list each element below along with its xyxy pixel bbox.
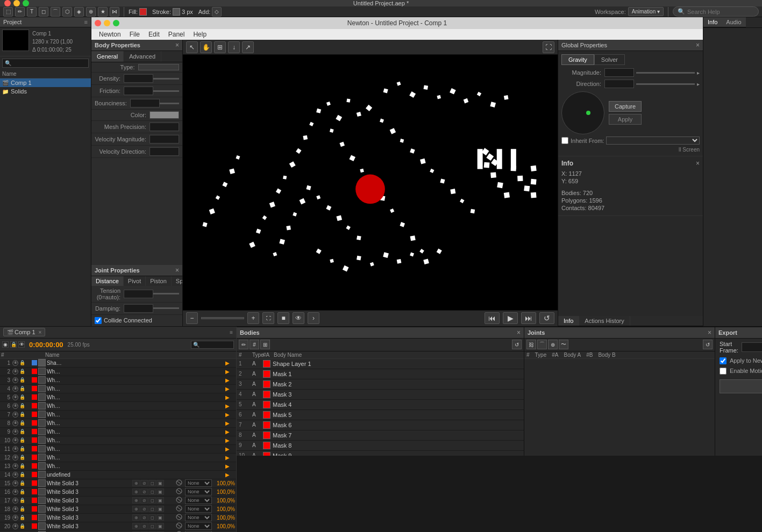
prop-friction-value[interactable]: 0.300 bbox=[124, 87, 153, 95]
project-panel-menu[interactable]: ≡ bbox=[84, 19, 88, 25]
ae-layer-15[interactable]: 15 👁 🔒 White Solid 3 ⊕ bbox=[0, 479, 236, 488]
newton-menu-file[interactable]: File bbox=[125, 31, 144, 38]
ae-layer-12[interactable]: 12 👁 🔒 Wh… ▶ bbox=[0, 454, 236, 462]
joints-refresh[interactable]: ↺ bbox=[703, 340, 713, 349]
tool-brush[interactable]: ⌒ bbox=[51, 7, 60, 17]
ae-layer-16[interactable]: 16 👁 🔒 White Solid 3 ⊕ bbox=[0, 488, 236, 497]
joints-wave[interactable]: 〜 bbox=[559, 340, 568, 349]
bounciness-slider[interactable] bbox=[160, 103, 179, 104]
close-button[interactable] bbox=[4, 0, 11, 6]
density-slider[interactable] bbox=[153, 78, 179, 80]
gp-tab-gravity[interactable]: Gravity bbox=[561, 54, 594, 65]
vp-fullscreen[interactable]: ⛶ bbox=[543, 41, 554, 53]
body-list-item[interactable]: 8 A Mask 7 bbox=[237, 430, 524, 441]
enable-blur-check[interactable] bbox=[720, 368, 727, 375]
rpanel-tab-info[interactable]: Info bbox=[558, 316, 579, 326]
tool-eraser[interactable]: ◈ bbox=[74, 7, 84, 17]
zoom-slider[interactable] bbox=[201, 317, 244, 319]
ae-lock-1[interactable]: 🔒 bbox=[19, 360, 25, 366]
tool-pen[interactable]: ✏ bbox=[15, 7, 25, 17]
mode-select-19[interactable]: None bbox=[185, 514, 212, 521]
ae-layer-6[interactable]: 6 👁 🔒 Wh… ▶ bbox=[0, 402, 236, 411]
tool-puppet[interactable]: ⋈ bbox=[110, 7, 119, 17]
mode-select-16[interactable]: None bbox=[185, 488, 212, 495]
joint-tab-distance[interactable]: Distance bbox=[91, 276, 124, 286]
fill-color-swatch[interactable] bbox=[139, 8, 147, 16]
zoom-out-btn[interactable]: − bbox=[186, 312, 198, 324]
body-list-item[interactable]: 10 A Mask 9 bbox=[237, 451, 524, 456]
joints-anchor[interactable]: ⊕ bbox=[548, 340, 558, 349]
loop-btn[interactable]: ↺ bbox=[539, 312, 554, 324]
joint-tab-pivot[interactable]: Pivot bbox=[124, 276, 146, 286]
fit-btn[interactable]: ⛶ bbox=[262, 312, 274, 324]
ia-tab-audio[interactable]: Audio bbox=[722, 17, 745, 27]
workspace-dropdown[interactable]: Animation ▾ bbox=[628, 7, 664, 16]
tool-shape[interactable]: ◻ bbox=[39, 7, 48, 17]
inherit-check[interactable] bbox=[561, 137, 568, 144]
newton-close-btn[interactable] bbox=[95, 20, 101, 26]
type-dropdown[interactable] bbox=[138, 64, 180, 70]
prop-damping-value[interactable]: 0.000 bbox=[124, 304, 153, 313]
ae-layer-18[interactable]: 18 👁 🔒 White Solid 3 ⊕ bbox=[0, 505, 236, 514]
gp-direction-slider[interactable] bbox=[636, 83, 695, 85]
project-item-comp1[interactable]: 🎬 Comp 1 bbox=[0, 78, 91, 87]
ae-layer-7[interactable]: 7 👁 🔒 Wh… ▶ bbox=[0, 411, 236, 419]
tool-select[interactable]: ⬚ bbox=[3, 7, 13, 17]
tool-stamp[interactable]: ⬡ bbox=[62, 7, 72, 17]
prop-mesh-value[interactable]: 2 bbox=[149, 123, 179, 131]
newton-menu-help[interactable]: Help bbox=[189, 31, 211, 38]
bodies-hash[interactable]: # bbox=[250, 340, 259, 349]
project-search-input[interactable] bbox=[2, 59, 89, 68]
body-list-item[interactable]: 3 A Mask 2 bbox=[237, 379, 524, 390]
apply-comp-check[interactable] bbox=[720, 357, 727, 364]
maximize-button[interactable] bbox=[23, 0, 29, 6]
ae-layer-5[interactable]: 5 👁 🔒 Wh… ▶ bbox=[0, 393, 236, 402]
capture-btn[interactable]: Capture bbox=[609, 101, 642, 112]
tab-advanced[interactable]: Advanced bbox=[124, 51, 161, 62]
mode-select-17[interactable]: None bbox=[185, 497, 212, 504]
tool-light[interactable]: ★ bbox=[98, 7, 108, 17]
stroke-color-swatch[interactable] bbox=[173, 8, 180, 16]
ae-layer-1-triangle[interactable]: ▶ bbox=[225, 360, 236, 366]
mode-select-20[interactable]: None bbox=[185, 522, 212, 530]
newton-max-btn[interactable] bbox=[113, 20, 119, 26]
body-list-item[interactable]: 9 A Mask 8 bbox=[237, 441, 524, 451]
tl-solo-btn[interactable]: ◉ bbox=[2, 341, 9, 348]
color-swatch[interactable] bbox=[149, 111, 179, 119]
ae-layer-20[interactable]: 20 👁 🔒 White Solid 3 ⊕ bbox=[0, 522, 236, 531]
ae-comp-tab[interactable]: 🎬 Comp 1 × bbox=[3, 328, 45, 336]
tension-slider[interactable] bbox=[153, 293, 179, 294]
ae-layer-1[interactable]: 1 👁 🔒 Sha… ▶ bbox=[0, 359, 236, 368]
info-close[interactable]: × bbox=[696, 160, 700, 167]
bodies-refresh[interactable]: ↺ bbox=[512, 340, 522, 349]
ae-layer-19[interactable]: 19 👁 🔒 White Solid 3 ⊕ bbox=[0, 514, 236, 522]
ae-layer-17[interactable]: 17 👁 🔒 White Solid 3 ⊕ bbox=[0, 497, 236, 505]
tool-arrow[interactable]: ↖ bbox=[186, 41, 198, 53]
zoom-in-btn[interactable]: + bbox=[247, 312, 259, 324]
apply-btn[interactable]: Apply bbox=[609, 114, 642, 125]
joints-bezier[interactable]: ⌒ bbox=[537, 340, 547, 349]
tool-camera[interactable]: ⊕ bbox=[86, 7, 96, 17]
ae-comp-close[interactable]: × bbox=[39, 329, 42, 335]
ae-search-input[interactable] bbox=[191, 341, 233, 348]
ae-layer-8[interactable]: 8 👁 🔒 Wh… ▶ bbox=[0, 419, 236, 428]
joint-tab-spring[interactable]: Spring bbox=[172, 276, 183, 286]
quality-btn[interactable]: ■ bbox=[277, 312, 289, 324]
tl-lock-btn[interactable]: 🔒 bbox=[10, 341, 17, 348]
compass-dial[interactable] bbox=[561, 91, 604, 134]
tool-diagonal[interactable]: ↗ bbox=[242, 41, 254, 53]
gp-direction-input[interactable]: 90.000 bbox=[604, 80, 634, 88]
viewport-canvas[interactable] bbox=[183, 55, 558, 310]
prop-vel-mag-value[interactable]: 0.000 bbox=[149, 135, 179, 143]
minimize-button[interactable] bbox=[13, 0, 20, 6]
ae-layer-2[interactable]: 2 👁 🔒 Wh… ▶ bbox=[0, 368, 236, 376]
ae-search-layer[interactable] bbox=[191, 341, 234, 349]
body-list-item[interactable]: 2 A Mask 1 bbox=[237, 369, 524, 379]
newton-menu-edit[interactable]: Edit bbox=[144, 31, 164, 38]
prop-bounciness-value[interactable]: 0.500 bbox=[130, 99, 160, 107]
joints-close[interactable]: × bbox=[708, 329, 711, 336]
mode-select-15[interactable]: None bbox=[185, 479, 212, 487]
newton-min-btn[interactable] bbox=[104, 20, 110, 26]
ae-layer-13[interactable]: 13 👁 🔒 Wh… ▶ bbox=[0, 462, 236, 471]
display-btn[interactable]: 👁 bbox=[293, 312, 304, 324]
